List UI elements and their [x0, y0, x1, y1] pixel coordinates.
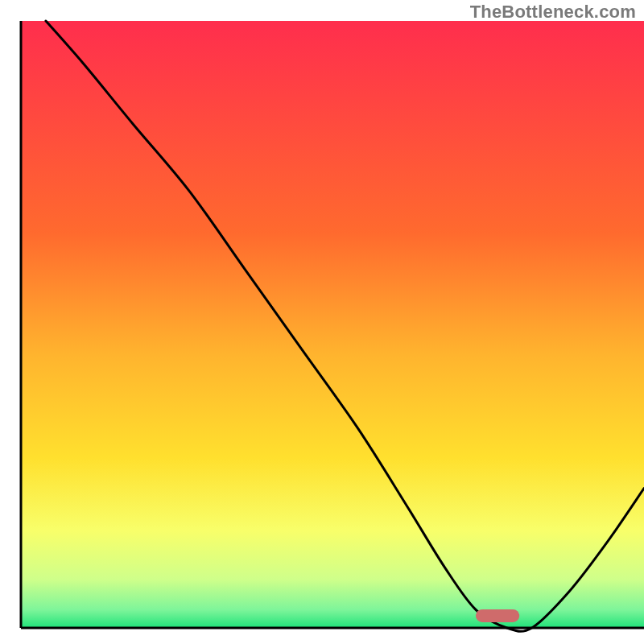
watermark-text: TheBottleneck.com	[470, 2, 636, 23]
gradient-background	[21, 21, 644, 628]
bottleneck-chart	[0, 0, 644, 644]
optimal-marker	[476, 609, 519, 622]
plot-area	[21, 21, 644, 631]
